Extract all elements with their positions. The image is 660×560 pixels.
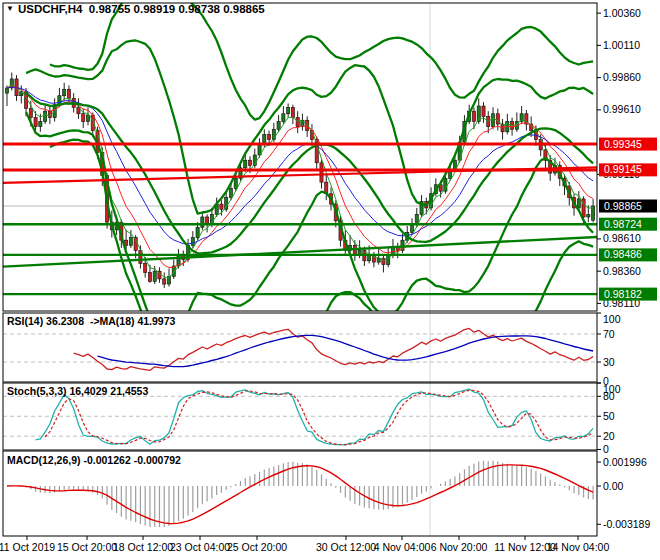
svg-text:1.00110: 1.00110 (603, 39, 640, 51)
svg-text:0.99860: 0.99860 (603, 71, 641, 83)
svg-text:0.00: 0.00 (603, 480, 624, 492)
svg-text:0.98486: 0.98486 (604, 248, 642, 260)
svg-text:25 Oct 20:00: 25 Oct 20:00 (227, 541, 287, 553)
svg-text:0.99610: 0.99610 (603, 103, 641, 115)
svg-text:30 Oct 12:00: 30 Oct 12:00 (316, 541, 376, 553)
svg-text:0.98360: 0.98360 (603, 265, 641, 277)
svg-text:70: 70 (603, 328, 615, 340)
svg-text:23 Oct 04:00: 23 Oct 04:00 (170, 541, 230, 553)
svg-text:30: 30 (603, 356, 615, 368)
svg-text:0.98865: 0.98865 (604, 200, 642, 212)
svg-text:0.98182: 0.98182 (604, 288, 642, 300)
svg-text:20: 20 (603, 430, 615, 442)
trading-chart-window: 1.003601.001100.998600.996100.991100.986… (0, 0, 660, 560)
symbol-marker-icon[interactable]: ▼ (6, 4, 14, 13)
svg-text:50: 50 (603, 410, 615, 422)
svg-text:0.98610: 0.98610 (603, 232, 641, 244)
svg-text:1.00360: 1.00360 (603, 7, 641, 19)
stoch-indicator-label: Stoch(5,3,3) 16,4029 21,4553 (7, 385, 148, 397)
svg-text:0.99345: 0.99345 (604, 138, 642, 150)
svg-text:100: 100 (603, 313, 621, 325)
svg-text:-0.003189: -0.003189 (603, 518, 650, 530)
svg-text:6 Nov 20:00: 6 Nov 20:00 (431, 541, 488, 553)
svg-text:80: 80 (603, 390, 615, 402)
chart-title-text: USDCHF,H4 0.98755 0.98919 0.98738 0.9886… (18, 3, 265, 15)
rsi-indicator-label: RSI(14) 36.2308 ->MA(18) 41.9973 (7, 315, 175, 327)
chart-canvas[interactable]: 1.003601.001100.998600.996100.991100.986… (0, 0, 660, 560)
svg-text:15 Oct 20:00: 15 Oct 20:00 (57, 541, 117, 553)
svg-text:0.98724: 0.98724 (604, 218, 642, 230)
svg-text:14 Nov 04:00: 14 Nov 04:00 (547, 541, 610, 553)
svg-text:0.99145: 0.99145 (604, 163, 642, 175)
svg-text:18 Oct 12:00: 18 Oct 12:00 (113, 541, 173, 553)
svg-text:0: 0 (603, 443, 609, 455)
svg-text:4 Nov 04:00: 4 Nov 04:00 (374, 541, 431, 553)
svg-text:11 Oct 2019: 11 Oct 2019 (0, 541, 55, 553)
macd-indicator-label: MACD(12,26,9) -0.001262 -0.000792 (7, 454, 181, 466)
svg-text:0.001996: 0.001996 (603, 456, 647, 468)
chart-title: ▼ USDCHF,H4 0.98755 0.98919 0.98738 0.98… (6, 3, 265, 15)
